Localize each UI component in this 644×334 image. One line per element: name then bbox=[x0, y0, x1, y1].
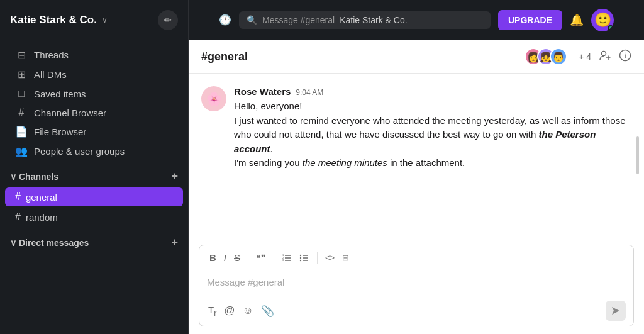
avatar-status-indicator bbox=[608, 25, 614, 31]
svg-point-15 bbox=[300, 254, 301, 255]
saved-items-label: Saved items bbox=[34, 89, 86, 99]
message-timestamp: 9:04 AM bbox=[296, 88, 323, 97]
channel-browser-label: Channel Browser bbox=[34, 108, 106, 118]
send-button[interactable] bbox=[606, 301, 626, 321]
search-icon: 🔍 bbox=[247, 15, 257, 25]
code-button[interactable]: <> bbox=[323, 251, 337, 264]
input-toolbar: B I S ❝❞ 1.2.3. <> ⊟ bbox=[199, 245, 633, 270]
italic-button[interactable]: I bbox=[221, 250, 229, 265]
threads-label: Threads bbox=[34, 50, 69, 60]
message-input-box: B I S ❝❞ 1.2.3. <> ⊟ bbox=[199, 245, 634, 326]
general-hash-icon: # bbox=[15, 191, 21, 203]
bell-icon: 🔔 bbox=[570, 14, 584, 26]
attachment-button[interactable]: 📎 bbox=[260, 303, 275, 319]
channel-info-button[interactable] bbox=[619, 49, 631, 65]
message-header: Rose Waters 9:04 AM bbox=[234, 86, 631, 97]
bell-button[interactable]: 🔔 bbox=[570, 13, 584, 27]
message-input-field[interactable]: Message #general bbox=[199, 270, 633, 296]
toolbar-divider-2 bbox=[274, 252, 274, 264]
search-section: 🕐 🔍 Message #general Katie Stark & Co. U… bbox=[189, 9, 644, 31]
sidebar-item-saved-items[interactable]: □ Saved items bbox=[5, 84, 183, 103]
search-bar[interactable]: 🔍 Message #general Katie Stark & Co. bbox=[239, 11, 491, 29]
workspace-chevron-icon: ∨ bbox=[102, 16, 108, 25]
channel-header: #general 👩 👧 👨 + 4 bbox=[189, 40, 644, 74]
people-label: People & user groups bbox=[34, 146, 125, 157]
input-bottom-left: Tr @ ☺ 📎 bbox=[207, 303, 275, 319]
quote-button[interactable]: ❝❞ bbox=[253, 251, 269, 265]
content-area: #general 👩 👧 👨 + 4 bbox=[189, 40, 644, 334]
search-workspace-label: Katie Stark & Co. bbox=[340, 15, 407, 25]
people-icon: 👥 bbox=[15, 145, 28, 157]
svg-point-5 bbox=[625, 52, 626, 53]
bold-button[interactable]: B bbox=[207, 250, 219, 265]
upgrade-button[interactable]: UPGRADE bbox=[498, 10, 562, 30]
member-avatar-3: 👨 bbox=[550, 48, 567, 65]
channel-browser-icon: # bbox=[15, 107, 28, 118]
message-text-line-2: I just wanted to remind everyone who att… bbox=[234, 114, 631, 157]
main-area: ⊟ Threads ⊞ All DMs □ Saved items # Chan… bbox=[0, 40, 644, 334]
channels-section-header[interactable]: ∨ Channels + bbox=[0, 166, 188, 187]
channels-section-label: Channels bbox=[19, 172, 58, 182]
saved-items-icon: □ bbox=[15, 88, 28, 99]
workspace-name-area[interactable]: Katie Stark & Co. ∨ bbox=[10, 14, 108, 26]
toolbar-divider-3 bbox=[317, 252, 318, 264]
svg-text:3.: 3. bbox=[282, 259, 284, 262]
bold-italic-text: the Peterson account bbox=[234, 129, 596, 154]
all-dms-label: All DMs bbox=[34, 69, 67, 80]
workspace-name: Katie Stark & Co. bbox=[10, 14, 97, 26]
svg-point-0 bbox=[602, 51, 606, 55]
top-header: Katie Stark & Co. ∨ ✏ 🕐 🔍 Message #gener… bbox=[0, 0, 644, 40]
edit-button[interactable]: ✏ bbox=[158, 10, 178, 30]
member-avatars[interactable]: 👩 👧 👨 bbox=[525, 48, 567, 65]
file-browser-icon: 📄 bbox=[15, 126, 28, 138]
svg-point-16 bbox=[300, 257, 301, 258]
message-input-placeholder: Message #general bbox=[207, 277, 284, 287]
strikethrough-button[interactable]: S bbox=[231, 250, 243, 265]
add-member-button[interactable] bbox=[599, 49, 611, 65]
add-dm-button[interactable]: + bbox=[171, 236, 178, 249]
dm-chevron-icon: ∨ bbox=[10, 238, 16, 248]
message-author-avatar: 🌸 bbox=[201, 86, 226, 111]
svg-point-17 bbox=[300, 259, 301, 260]
sidebar-item-file-browser[interactable]: 📄 File Browser bbox=[5, 122, 183, 142]
sidebar-item-channel-browser[interactable]: # Channel Browser bbox=[5, 103, 183, 122]
ordered-list-button[interactable]: 1.2.3. bbox=[279, 251, 294, 265]
italic-text: the meeting minutes bbox=[303, 157, 387, 168]
workspace-section: Katie Stark & Co. ∨ ✏ bbox=[0, 0, 189, 40]
mention-button[interactable]: @ bbox=[223, 303, 236, 318]
message-row: 🌸 Rose Waters 9:04 AM Hello, everyone! I… bbox=[201, 86, 631, 170]
all-dms-icon: ⊞ bbox=[15, 69, 28, 81]
threads-icon: ⊟ bbox=[15, 49, 28, 61]
emoji-button[interactable]: ☺ bbox=[242, 303, 255, 318]
channel-item-general[interactable]: # general bbox=[5, 187, 183, 206]
add-channel-button[interactable]: + bbox=[171, 170, 178, 183]
sidebar-item-people-user-groups[interactable]: 👥 People & user groups bbox=[5, 142, 183, 161]
scroll-indicator bbox=[636, 136, 639, 174]
messages-area: 🌸 Rose Waters 9:04 AM Hello, everyone! I… bbox=[189, 74, 644, 237]
sidebar-item-threads[interactable]: ⊟ Threads bbox=[5, 45, 183, 65]
message-author-name: Rose Waters bbox=[234, 86, 291, 97]
channels-section-title-area: ∨ Channels bbox=[10, 172, 58, 182]
message-body: Rose Waters 9:04 AM Hello, everyone! I j… bbox=[234, 86, 631, 170]
random-hash-icon: # bbox=[15, 211, 21, 223]
file-browser-label: File Browser bbox=[34, 126, 86, 137]
general-channel-label: general bbox=[26, 192, 57, 203]
channel-title: #general bbox=[201, 50, 248, 64]
text-format-button[interactable]: Tr bbox=[207, 303, 218, 319]
direct-messages-section-header[interactable]: ∨ Direct messages + bbox=[0, 232, 188, 253]
user-avatar[interactable]: 🙂 bbox=[591, 9, 614, 31]
unordered-list-button[interactable] bbox=[297, 251, 312, 265]
input-bottom-toolbar: Tr @ ☺ 📎 bbox=[199, 296, 633, 326]
sidebar-item-all-dms[interactable]: ⊞ All DMs bbox=[5, 65, 183, 84]
toolbar-divider-1 bbox=[248, 252, 248, 264]
random-channel-label: random bbox=[26, 212, 58, 223]
dm-section-label: Direct messages bbox=[19, 238, 89, 248]
edit-icon: ✏ bbox=[164, 15, 172, 25]
channel-item-random[interactable]: # random bbox=[5, 208, 183, 226]
code-block-button[interactable]: ⊟ bbox=[340, 251, 352, 264]
search-label: Message #general bbox=[262, 15, 335, 25]
history-icon: 🕐 bbox=[219, 14, 231, 25]
message-input-area: B I S ❝❞ 1.2.3. <> ⊟ bbox=[189, 237, 644, 334]
sidebar: ⊟ Threads ⊞ All DMs □ Saved items # Chan… bbox=[0, 40, 189, 334]
history-button[interactable]: 🕐 bbox=[219, 14, 231, 26]
